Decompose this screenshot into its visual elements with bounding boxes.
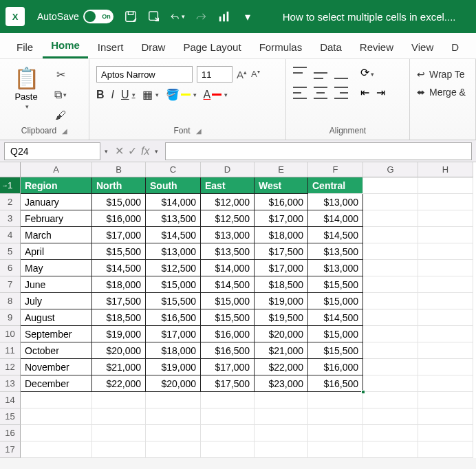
cell-C14[interactable]	[146, 392, 201, 408]
cell-A13[interactable]: December	[21, 375, 92, 392]
merge-center-button[interactable]: ⬌Merge &	[417, 87, 468, 98]
column-header-F[interactable]: F	[308, 162, 363, 177]
format-painter-icon[interactable]: 🖌	[50, 107, 72, 124]
cell-F5[interactable]: $13,500	[308, 243, 363, 260]
cell-H15[interactable]	[418, 408, 473, 425]
select-all-corner[interactable]	[0, 162, 21, 177]
column-header-G[interactable]: G	[363, 162, 418, 177]
cell-D6[interactable]: $14,000	[201, 260, 255, 276]
cell-D10[interactable]: $16,000	[201, 326, 255, 342]
tab-insert[interactable]: Insert	[89, 36, 132, 58]
cell-A12[interactable]: November	[21, 359, 92, 375]
cell-A11[interactable]: October	[21, 342, 92, 359]
cell-H7[interactable]	[418, 276, 473, 293]
align-top-button[interactable]	[293, 67, 307, 79]
underline-button[interactable]: U▾	[121, 89, 136, 101]
row-header-17[interactable]: 17	[0, 441, 21, 458]
cell-D8[interactable]: $15,000	[201, 293, 255, 309]
cell-B12[interactable]: $21,000	[92, 359, 146, 375]
font-launcher-icon[interactable]: ◢	[196, 127, 202, 135]
cell-H11[interactable]	[418, 342, 473, 359]
wrap-text-button[interactable]: ↩Wrap Te	[417, 69, 468, 80]
font-size-input[interactable]	[197, 66, 232, 83]
cell-G11[interactable]	[363, 342, 418, 359]
fill-color-button[interactable]: 🪣▾	[166, 88, 197, 101]
cell-G5[interactable]	[363, 243, 418, 260]
namebox-dropdown-icon[interactable]: ▾	[105, 148, 108, 155]
cell-F10[interactable]: $15,000	[308, 326, 363, 342]
cell-E4[interactable]: $18,000	[255, 227, 308, 243]
tab-draw[interactable]: Draw	[133, 36, 173, 58]
cell-E16[interactable]	[255, 425, 308, 441]
align-left-button[interactable]	[293, 87, 307, 99]
cell-E8[interactable]: $19,000	[255, 293, 308, 309]
cell-F6[interactable]: $13,000	[308, 260, 363, 276]
orientation-button[interactable]: ⟳▾	[360, 66, 374, 79]
cell-B13[interactable]: $22,000	[92, 375, 146, 392]
cell-F9[interactable]: $14,500	[308, 309, 363, 326]
column-header-B[interactable]: B	[92, 162, 146, 177]
cell-H9[interactable]	[418, 309, 473, 326]
cell-D13[interactable]: $17,500	[201, 375, 255, 392]
cell-G13[interactable]	[363, 375, 418, 392]
autosave-switch[interactable]: On	[83, 10, 113, 23]
undo-icon[interactable]: ▾	[170, 9, 185, 24]
cell-F12[interactable]: $16,000	[308, 359, 363, 375]
worksheet-grid[interactable]: ABCDEFGH 1RegionNorthSouthEastWestCentra…	[0, 162, 476, 458]
row-header-5[interactable]: 5	[0, 243, 21, 260]
cut-icon[interactable]: ✂	[50, 66, 72, 83]
cell-A15[interactable]	[21, 408, 92, 425]
cell-G15[interactable]	[363, 408, 418, 425]
cell-G17[interactable]	[363, 441, 418, 458]
cell-E12[interactable]: $22,000	[255, 359, 308, 375]
clipboard-launcher-icon[interactable]: ◢	[62, 127, 67, 135]
cell-B8[interactable]: $17,500	[92, 293, 146, 309]
cell-G1[interactable]	[363, 177, 418, 194]
name-box[interactable]	[4, 142, 100, 160]
cell-C15[interactable]	[146, 408, 201, 425]
cell-A17[interactable]	[21, 441, 92, 458]
column-header-A[interactable]: A	[21, 162, 92, 177]
cell-D9[interactable]: $15,500	[201, 309, 255, 326]
cell-G10[interactable]	[363, 326, 418, 342]
row-header-7[interactable]: 7	[0, 276, 21, 293]
cell-E5[interactable]: $17,500	[255, 243, 308, 260]
cell-H17[interactable]	[418, 441, 473, 458]
cell-G16[interactable]	[363, 425, 418, 441]
cell-F7[interactable]: $15,500	[308, 276, 363, 293]
cell-C17[interactable]	[146, 441, 201, 458]
cell-B14[interactable]	[92, 392, 146, 408]
row-header-15[interactable]: 15	[0, 408, 21, 425]
row-header-2[interactable]: 2	[0, 194, 21, 210]
bold-button[interactable]: B	[96, 89, 105, 101]
cell-G9[interactable]	[363, 309, 418, 326]
tab-developer[interactable]: D	[443, 36, 467, 58]
cell-B4[interactable]: $17,000	[92, 227, 146, 243]
cell-A9[interactable]: August	[21, 309, 92, 326]
font-name-input[interactable]	[96, 66, 193, 83]
cell-A4[interactable]: March	[21, 227, 92, 243]
cell-E15[interactable]	[255, 408, 308, 425]
cell-G2[interactable]	[363, 194, 418, 210]
cell-C12[interactable]: $19,000	[146, 359, 201, 375]
fx-icon[interactable]: fx	[141, 145, 149, 157]
cell-H5[interactable]	[418, 243, 473, 260]
cell-G7[interactable]	[363, 276, 418, 293]
cell-D12[interactable]: $17,000	[201, 359, 255, 375]
cell-A14[interactable]	[21, 392, 92, 408]
tab-page-layout[interactable]: Page Layout	[175, 36, 249, 58]
cell-F8[interactable]: $15,000	[308, 293, 363, 309]
cell-F3[interactable]: $14,000	[308, 210, 363, 227]
cell-A16[interactable]	[21, 425, 92, 441]
column-header-E[interactable]: E	[255, 162, 308, 177]
cell-D17[interactable]	[201, 441, 255, 458]
tab-formulas[interactable]: Formulas	[251, 36, 311, 58]
cell-F15[interactable]	[308, 408, 363, 425]
cell-D5[interactable]: $13,500	[201, 243, 255, 260]
cell-B2[interactable]: $15,000	[92, 194, 146, 210]
cell-C16[interactable]	[146, 425, 201, 441]
cell-C1[interactable]: South	[146, 177, 201, 194]
cell-A1[interactable]: Region	[21, 177, 92, 194]
cell-A6[interactable]: May	[21, 260, 92, 276]
cell-D3[interactable]: $12,500	[201, 210, 255, 227]
